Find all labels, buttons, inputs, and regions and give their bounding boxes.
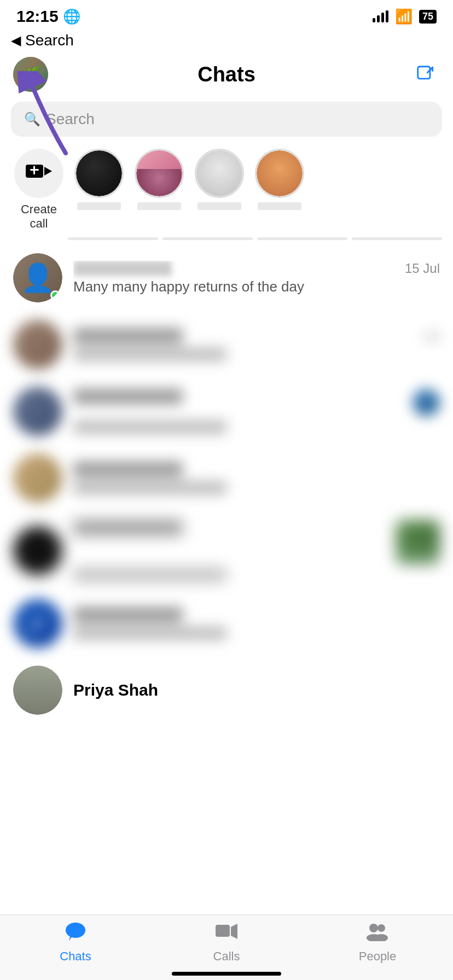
- chat-content-5: [73, 520, 440, 581]
- chat-content-2: Jul: [73, 328, 440, 361]
- story-contact-4[interactable]: [249, 149, 310, 231]
- svg-point-11: [378, 924, 385, 932]
- chat-preview-1: Many many happy returns of the day: [73, 278, 440, 295]
- chat-content-4: [73, 462, 440, 494]
- create-call-label: Createcall: [21, 202, 57, 231]
- tab-chats[interactable]: Chats: [0, 921, 151, 964]
- compose-button[interactable]: [411, 60, 440, 89]
- svg-rect-5: [33, 166, 35, 174]
- chat-list: 👤 15 Jul Many many happy returns of the …: [0, 244, 453, 802]
- chat-item-priya[interactable]: Priya Shah: [0, 657, 453, 802]
- calls-tab-icon: [214, 921, 239, 946]
- chats-header: Chats: [0, 54, 453, 97]
- search-bar[interactable]: 🔍 Search: [11, 102, 442, 137]
- chat-avatar-priya: [13, 666, 62, 715]
- tab-people[interactable]: People: [302, 921, 453, 964]
- page-title: Chats: [198, 63, 255, 86]
- tab-calls[interactable]: Calls: [151, 921, 302, 964]
- story-ring-1: [74, 149, 124, 198]
- chat-item-6[interactable]: ✓: [0, 590, 453, 657]
- chat-name-priya: Priya Shah: [73, 681, 158, 699]
- search-container: 🔍 Search: [0, 97, 453, 143]
- story-contact-3[interactable]: [189, 149, 249, 231]
- svg-marker-3: [44, 167, 52, 176]
- svg-rect-8: [216, 925, 230, 937]
- tab-calls-label: Calls: [213, 949, 240, 964]
- chat-content-6: [73, 607, 440, 640]
- back-arrow-icon: ◀: [11, 33, 21, 48]
- svg-point-6: [66, 923, 85, 938]
- chat-avatar-3: [13, 387, 62, 436]
- create-call-item[interactable]: Createcall: [9, 149, 69, 231]
- back-navigation[interactable]: ◀ Search: [0, 30, 453, 54]
- chat-avatar-5: [13, 526, 62, 575]
- status-bar: 12:15 🌐 📶 75: [0, 0, 453, 30]
- chat-avatar-6: ✓: [13, 599, 62, 648]
- signal-icon: [373, 10, 388, 22]
- story-ring-2: [135, 149, 184, 198]
- chat-item-4[interactable]: [0, 445, 453, 511]
- home-indicator: [172, 972, 281, 976]
- story-ring-4: [255, 149, 304, 198]
- chat-item-5[interactable]: [0, 511, 453, 590]
- chat-content-1: 15 Jul Many many happy returns of the da…: [73, 261, 440, 295]
- search-input[interactable]: Search: [46, 110, 95, 128]
- chat-avatar-1: 👤: [13, 253, 62, 302]
- compose-icon: [415, 64, 436, 85]
- contacts-row: Createcall: [0, 143, 453, 236]
- globe-icon: 🌐: [63, 8, 80, 25]
- chats-tab-icon: [65, 921, 86, 946]
- chat-avatar-4: [13, 453, 62, 503]
- wifi-icon: 📶: [395, 8, 413, 25]
- chat-item-3[interactable]: [0, 378, 453, 445]
- chat-item-1[interactable]: 👤 15 Jul Many many happy returns of the …: [0, 244, 453, 311]
- user-avatar[interactable]: [13, 57, 48, 92]
- chat-time-1: 15 Jul: [405, 261, 440, 276]
- tab-bar: Chats Calls People: [0, 914, 453, 980]
- tab-people-label: People: [359, 949, 397, 964]
- back-label[interactable]: Search: [25, 32, 74, 49]
- story-contact-2[interactable]: [129, 149, 189, 231]
- status-time: 12:15: [16, 7, 59, 26]
- story-ring-3: [195, 149, 244, 198]
- svg-marker-9: [231, 924, 237, 939]
- battery-indicator: 75: [419, 10, 437, 24]
- create-call-avatar: [14, 149, 63, 198]
- story-contact-1[interactable]: [69, 149, 129, 231]
- chat-content-3: [73, 389, 440, 434]
- chat-content-priya: Priya Shah: [73, 681, 440, 699]
- chat-avatar-2: [13, 320, 62, 369]
- svg-point-10: [369, 924, 378, 932]
- chat-name-blurred-1: [73, 261, 172, 276]
- status-icons: 📶 75: [373, 8, 437, 25]
- search-icon: 🔍: [24, 112, 40, 127]
- video-add-icon: [25, 159, 53, 188]
- people-tab-icon: [365, 921, 390, 946]
- chat-item-2[interactable]: Jul: [0, 311, 453, 378]
- tab-chats-label: Chats: [60, 949, 91, 964]
